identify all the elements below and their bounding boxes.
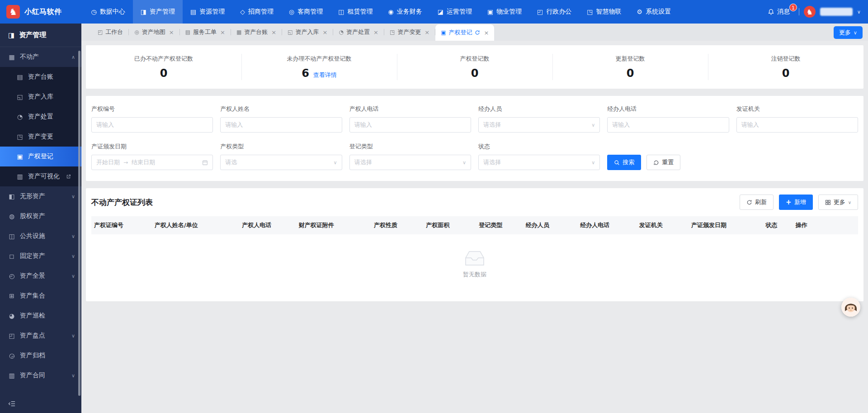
sidebar-module-title: ◨ 资产管理 (0, 24, 81, 47)
diamond-icon: ◇ (240, 8, 245, 15)
nav-item-resource-management[interactable]: ▤资源管理 (183, 0, 232, 24)
sidebar-group-real-estate[interactable]: ▦ 不动产 ∧ (0, 47, 81, 67)
tab-service-order[interactable]: ▤服务工单× (180, 24, 231, 41)
sidebar-item-equity-assets[interactable]: ◍股权资产 (0, 206, 81, 226)
tabs-more-button[interactable]: 更多 ∨ (834, 26, 863, 39)
tab-asset-ledger[interactable]: ▦资产台账× (231, 24, 282, 41)
nav-item-operations-management[interactable]: ◪运营管理 (430, 0, 480, 24)
messages-button[interactable]: 消息 1 (768, 8, 794, 16)
top-nav-bar: ♞ 小红马软件 ◷数据中心 ◨资产管理 ▤资源管理 ◇招商管理 ◎客商管理 ◫租… (0, 0, 868, 24)
plus-icon: + (786, 199, 792, 206)
sidebar-item-asset-collection[interactable]: ⊞资产集合 (0, 286, 81, 306)
stat-value: 0 (471, 67, 479, 80)
status-select[interactable]: 请选择∨ (478, 155, 600, 170)
sidebar-item-asset-ledger[interactable]: ▤资产台账 (0, 67, 81, 87)
close-icon[interactable]: × (373, 29, 378, 36)
change-doc-icon: ◳ (390, 29, 395, 35)
field-property-type: 产权类型 请选∨ (220, 142, 342, 170)
nav-item-lease-management[interactable]: ◫租赁管理 (330, 0, 380, 24)
collapse-sidebar-icon[interactable] (8, 400, 16, 407)
property-type-select[interactable]: 请选∨ (220, 155, 342, 170)
bar-chart-icon: ▥ (16, 173, 24, 180)
close-icon[interactable]: × (169, 29, 174, 36)
chevron-down-icon: ∨ (71, 373, 75, 379)
registration-type-select[interactable]: 请选择∨ (349, 155, 471, 170)
sidebar-item-asset-visualization[interactable]: ▥ 资产可视化 (0, 166, 81, 186)
nav-item-business-finance[interactable]: ◉业务财务 (380, 0, 429, 24)
close-icon[interactable]: × (220, 29, 225, 36)
tab-asset-change[interactable]: ◳资产变更× (384, 24, 435, 41)
chevron-down-icon: ∨ (591, 160, 595, 166)
close-icon[interactable]: × (484, 29, 489, 36)
nav-item-data-center[interactable]: ◷数据中心 (84, 0, 133, 24)
box-icon: ◰ (8, 332, 15, 339)
sidebar-item-intangible-assets[interactable]: ◧无形资产∨ (0, 186, 81, 206)
tab-asset-inbound[interactable]: ◱资产入库× (282, 24, 333, 41)
tab-asset-map[interactable]: ◎资产地图× (129, 24, 179, 41)
sidebar-item-asset-inbound[interactable]: ◱资产入库 (0, 87, 81, 107)
facility-icon: ◫ (8, 233, 15, 240)
app-brand-name: 小红马软件 (24, 7, 62, 17)
sidebar-item-public-facilities[interactable]: ◫公共设施∨ (0, 226, 81, 246)
refresh-button[interactable]: 刷新 (740, 195, 774, 210)
horse-avatar-icon: ♞ (807, 8, 813, 16)
chevron-down-icon: ∨ (462, 160, 466, 166)
sidebar-item-asset-disposal[interactable]: ◔资产处置 (0, 107, 81, 127)
chevron-down-icon: ∨ (71, 253, 75, 259)
nav-item-property-management[interactable]: ▣物业管理 (480, 0, 529, 24)
field-status: 状态 请选择∨ (478, 142, 600, 170)
user-avatar[interactable]: ♞ (804, 6, 816, 18)
contract-icon: ▥ (8, 372, 15, 379)
tab-asset-disposal[interactable]: ◔资产处置× (333, 24, 383, 41)
sidebar-item-asset-change[interactable]: ◳资产变更 (0, 127, 81, 147)
sidebar-item-asset-contract[interactable]: ▥资产合同∨ (0, 366, 81, 385)
main-content: 已办不动产产权登记数 0 未办理不动产产权登记数 6 查看详情 产权登记数 0 … (81, 41, 868, 413)
tab-workbench[interactable]: ◰工作台 (92, 24, 128, 41)
search-button[interactable]: 搜索 (607, 155, 641, 170)
owner-phone-input[interactable]: 请输入 (349, 117, 471, 133)
owner-name-input[interactable]: 请输入 (220, 117, 342, 133)
nav-item-smart-iot[interactable]: ◳智慧物联 (579, 0, 629, 24)
sidebar-item-fixed-assets[interactable]: ◻固定资产∨ (0, 246, 81, 266)
sidebar-scrollbar[interactable] (78, 51, 80, 396)
chevron-down-icon: ∨ (71, 333, 75, 339)
user-menu-chevron-down-icon[interactable]: ∨ (857, 9, 861, 15)
top-nav-right: 消息 1 ♞ ∨ (768, 6, 861, 18)
issue-date-range-picker[interactable]: 开始日期 → 结束日期 (91, 155, 213, 170)
tab-property-registration-active[interactable]: ▣ 产权登记 × (435, 24, 494, 41)
assistant-avatar[interactable] (841, 298, 860, 317)
empty-box-icon (460, 246, 489, 267)
sidebar-item-asset-archive[interactable]: ◶资产归档 (0, 346, 81, 366)
nav-item-admin-office[interactable]: ◰行政办公 (529, 0, 579, 24)
database-icon: ◍ (8, 213, 15, 220)
nav-item-customer-management[interactable]: ◎客商管理 (281, 0, 330, 24)
sidebar-item-asset-stocktaking[interactable]: ◰资产盘点∨ (0, 326, 81, 346)
building-icon: ▤ (190, 8, 196, 15)
sidebar-item-property-registration[interactable]: ▣产权登记 (0, 147, 81, 166)
handler-select[interactable]: 请选择∨ (478, 117, 600, 133)
add-button[interactable]: + 新增 (779, 195, 813, 210)
handler-phone-input[interactable]: 请输入 (607, 117, 729, 133)
bell-icon (768, 9, 774, 15)
reset-button[interactable]: 重置 (646, 155, 680, 170)
sidebar-item-asset-panorama[interactable]: ◴资产全景∨ (0, 266, 81, 286)
property-number-input[interactable]: 请输入 (91, 117, 213, 133)
list-more-button[interactable]: 更多 ∨ (818, 195, 858, 210)
change-doc-icon: ◳ (16, 133, 24, 140)
chevron-down-icon: ∨ (854, 30, 857, 36)
nav-item-asset-management[interactable]: ◨资产管理 (133, 0, 183, 24)
close-icon[interactable]: × (323, 29, 328, 36)
sidebar-item-asset-inspection[interactable]: ◕资产巡检 (0, 306, 81, 326)
app-logo[interactable]: ♞ (6, 5, 20, 19)
inbound-icon: ◱ (288, 29, 292, 35)
close-icon[interactable]: × (425, 29, 429, 36)
column-header: 产权证编号 (91, 221, 152, 229)
nav-item-investment-management[interactable]: ◇招商管理 (232, 0, 281, 24)
assistant-girl-icon (841, 298, 860, 317)
close-icon[interactable]: × (271, 29, 276, 36)
nav-item-system-settings[interactable]: ⚙系统设置 (629, 0, 679, 24)
issuing-authority-input[interactable]: 请输入 (736, 117, 858, 133)
view-details-link[interactable]: 查看详情 (313, 71, 337, 79)
chevron-down-icon: ∨ (848, 200, 851, 205)
refresh-tab-icon[interactable] (475, 30, 480, 35)
